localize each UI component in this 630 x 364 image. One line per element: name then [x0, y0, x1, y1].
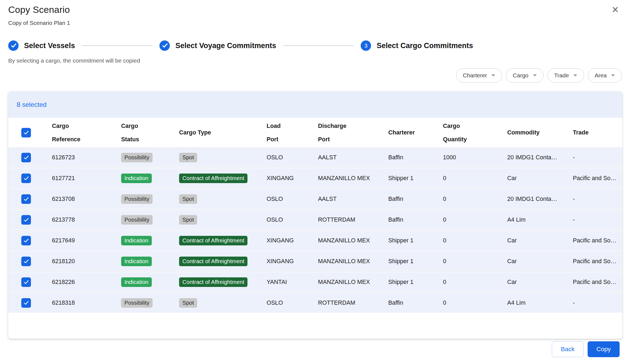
cargo-type-badge: Spot — [179, 215, 197, 225]
column-header-cargo-status: CargoStatus — [113, 123, 171, 142]
step-number-icon: 3 — [361, 40, 371, 51]
cell-cargo-reference: 6218226 — [44, 279, 113, 286]
filter-label: Cargo — [513, 72, 528, 79]
cell-cargo-quantity: 0 — [435, 196, 499, 202]
cell-cargo-quantity: 0 — [435, 237, 499, 244]
cargo-status-badge: Possibility — [121, 194, 153, 204]
cell-trade: Pacific and So… — [565, 237, 622, 244]
row-checkbox[interactable] — [21, 153, 31, 162]
cargo-type-badge: Contract of Affreightment — [179, 257, 247, 266]
checkmark-icon — [24, 258, 29, 263]
step-completed-icon — [8, 40, 19, 51]
cell-load-port: YANTAI — [258, 279, 310, 286]
cell-charterer: Shipper 1 — [380, 237, 435, 244]
checkmark-icon — [24, 154, 29, 160]
step-select-vessels[interactable]: Select Vessels — [8, 40, 75, 51]
cargo-type-badge: Contract of Affreightment — [179, 277, 247, 287]
chevron-down-icon — [533, 74, 537, 77]
cell-cargo-quantity: 0 — [435, 279, 499, 286]
table-row[interactable]: 6218120 Indication Contract of Affreight… — [8, 252, 622, 271]
cell-cargo-reference: 6218120 — [44, 258, 113, 265]
cell-cargo-reference: 6126723 — [44, 154, 113, 161]
cargo-status-badge: Indication — [121, 174, 152, 183]
cell-trade: Pacific and So… — [565, 258, 622, 265]
cell-cargo-quantity: 0 — [435, 216, 499, 223]
step-select-cargo-commitments[interactable]: 3 Select Cargo Commitments — [361, 40, 473, 51]
row-checkbox[interactable] — [21, 298, 31, 308]
filter-cargo[interactable]: Cargo — [506, 68, 543, 83]
row-checkbox[interactable] — [21, 277, 31, 287]
table-row[interactable]: 6218318 Possibility Spot OSLO ROTTERDAM … — [8, 293, 622, 313]
selected-count: 8 selected — [17, 101, 46, 108]
cell-cargo-quantity: 0 — [435, 258, 499, 265]
cell-cargo-reference: 6218318 — [44, 300, 113, 306]
table-row[interactable]: 6126723 Possibility Spot OSLO AALST Baff… — [8, 148, 622, 167]
column-header-cargo-quantity: CargoQuantity — [435, 123, 499, 142]
cell-discharge-port: MANZANILLO MEX — [310, 175, 380, 182]
cell-commodity: Car — [499, 237, 565, 244]
cell-cargo-reference: 6217649 — [44, 237, 113, 244]
cell-commodity: 20 IMDG1 Conta… — [499, 196, 565, 202]
cell-load-port: OSLO — [258, 300, 310, 306]
cargo-type-badge: Spot — [179, 194, 197, 204]
table-row[interactable]: 6218226 Indication Contract of Affreight… — [8, 272, 622, 292]
row-checkbox[interactable] — [21, 194, 31, 204]
cargo-type-badge: Spot — [179, 153, 197, 163]
checkmark-icon — [24, 300, 29, 305]
cargo-status-badge: Possibility — [121, 215, 153, 225]
filter-trade[interactable]: Trade — [547, 68, 584, 83]
stepper-connector — [82, 45, 152, 46]
checkmark-icon — [11, 42, 16, 48]
step-label: Select Vessels — [24, 42, 75, 50]
row-checkbox[interactable] — [21, 257, 31, 266]
cell-charterer: Shipper 1 — [380, 258, 435, 265]
step-select-voyage-commitments[interactable]: Select Voyage Commitments — [159, 40, 276, 51]
cell-trade: - — [565, 154, 622, 161]
row-checkbox[interactable] — [21, 236, 31, 245]
cell-discharge-port: AALST — [310, 196, 380, 202]
table-header-row: CargoReference CargoStatus Cargo Type Lo… — [8, 118, 622, 148]
cell-commodity: A4 Lim — [499, 300, 565, 306]
cell-commodity: Car — [499, 279, 565, 286]
cell-cargo-quantity: 0 — [435, 175, 499, 182]
cargo-status-badge: Indication — [121, 277, 152, 287]
select-all-checkbox[interactable] — [21, 128, 31, 137]
back-button[interactable]: Back — [552, 341, 584, 357]
cell-trade: - — [565, 196, 622, 202]
column-header-cargo-type: Cargo Type — [171, 130, 258, 136]
cell-charterer: Baffin — [380, 300, 435, 306]
helper-text: By selecting a cargo, the commitment wil… — [8, 57, 140, 64]
cell-discharge-port: MANZANILLO MEX — [310, 237, 380, 244]
page-title: Copy Scenario — [8, 4, 70, 15]
table-row[interactable]: 6127721 Indication Contract of Affreight… — [8, 169, 622, 188]
cell-commodity: Car — [499, 258, 565, 265]
close-icon[interactable]: ✕ — [609, 4, 621, 16]
table-row[interactable]: 6213778 Possibility Spot OSLO ROTTERDAM … — [8, 210, 622, 230]
cargo-type-badge: Contract of Affreightment — [179, 236, 247, 246]
table-row[interactable]: 6217649 Indication Contract of Affreight… — [8, 231, 622, 250]
cell-discharge-port: AALST — [310, 154, 380, 161]
checkmark-icon — [24, 279, 29, 284]
cell-cargo-quantity: 0 — [435, 300, 499, 306]
checkmark-icon — [24, 196, 29, 201]
cargo-status-badge: Indication — [121, 257, 152, 266]
row-checkbox[interactable] — [21, 215, 31, 225]
column-header-charterer: Charterer — [380, 130, 435, 136]
filter-area[interactable]: Area — [588, 68, 622, 83]
cell-charterer: Baffin — [380, 216, 435, 223]
table-row[interactable]: 6213708 Possibility Spot OSLO AALST Baff… — [8, 189, 622, 209]
copy-button[interactable]: Copy — [588, 341, 620, 357]
row-checkbox[interactable] — [21, 174, 31, 183]
cell-cargo-reference: 6127721 — [44, 175, 113, 182]
dialog-subtitle: Copy of Scenario Plan 1 — [8, 20, 70, 26]
cargo-table-card: 8 selected CargoReference CargoStatus Ca… — [8, 92, 622, 339]
cell-discharge-port: ROTTERDAM — [310, 300, 380, 306]
cell-commodity: 20 IMDG1 Conta… — [499, 154, 565, 161]
cell-cargo-reference: 6213708 — [44, 196, 113, 202]
filter-charterer[interactable]: Charterer — [456, 68, 502, 83]
cell-charterer: Baffin — [380, 154, 435, 161]
filter-label: Area — [595, 72, 607, 79]
cell-load-port: OSLO — [258, 154, 310, 161]
column-header-cargo-reference: CargoReference — [44, 123, 113, 142]
dialog-footer: Back Copy — [552, 341, 620, 357]
